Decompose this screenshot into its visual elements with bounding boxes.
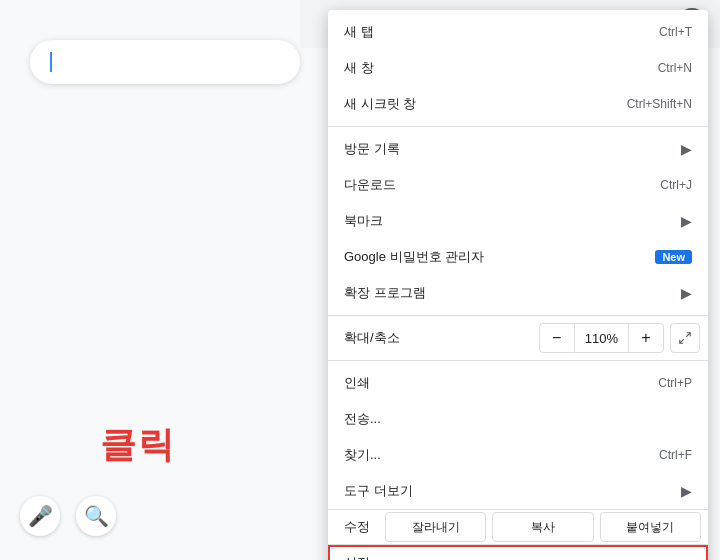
bookmarks-label: 북마크 — [344, 212, 673, 230]
bottom-icon-bar: 🎤 🔍 — [20, 496, 116, 536]
svg-line-4 — [686, 333, 690, 337]
find-label: 찾기... — [344, 446, 659, 464]
zoom-value: 110% — [575, 323, 628, 353]
zoom-plus-button[interactable]: + — [628, 323, 664, 353]
menu-item-print[interactable]: 인쇄 Ctrl+P — [328, 365, 708, 401]
more-tools-label: 도구 더보기 — [344, 482, 673, 500]
zoom-label: 확대/축소 — [336, 329, 539, 347]
history-arrow-icon: ▶ — [681, 141, 692, 157]
cut-button[interactable]: 잘라내기 — [385, 512, 486, 542]
bookmarks-arrow-icon: ▶ — [681, 213, 692, 229]
downloads-label: 다운로드 — [344, 176, 660, 194]
menu-item-incognito[interactable]: 새 시크릿 창 Ctrl+Shift+N — [328, 86, 708, 122]
menu-item-extensions[interactable]: 확장 프로그램 ▶ — [328, 275, 708, 311]
click-instruction: 클릭 — [100, 421, 176, 470]
incognito-label: 새 시크릿 창 — [344, 95, 627, 113]
cursor — [50, 52, 52, 72]
search-bar[interactable] — [30, 40, 300, 84]
lens-icon[interactable]: 🔍 — [76, 496, 116, 536]
password-manager-label: Google 비밀번호 관리자 — [344, 248, 645, 266]
menu-item-settings[interactable]: 설정 — [328, 545, 708, 560]
menu-item-bookmarks[interactable]: 북마크 ▶ — [328, 203, 708, 239]
menu-item-password-manager[interactable]: Google 비밀번호 관리자 New — [328, 239, 708, 275]
edit-label: 수정 — [332, 518, 382, 536]
zoom-fullscreen-button[interactable] — [670, 323, 700, 353]
print-label: 인쇄 — [344, 374, 658, 392]
edit-row: 수정 잘라내기 복사 붙여넣기 — [328, 509, 708, 545]
downloads-shortcut: Ctrl+J — [660, 178, 692, 192]
cast-label: 전송... — [344, 410, 692, 428]
divider-2 — [328, 315, 708, 316]
divider-1 — [328, 126, 708, 127]
history-label: 방문 기록 — [344, 140, 673, 158]
print-shortcut: Ctrl+P — [658, 376, 692, 390]
extensions-arrow-icon: ▶ — [681, 285, 692, 301]
menu-item-new-window[interactable]: 새 창 Ctrl+N — [328, 50, 708, 86]
incognito-shortcut: Ctrl+Shift+N — [627, 97, 692, 111]
zoom-minus-button[interactable]: − — [539, 323, 575, 353]
microphone-icon[interactable]: 🎤 — [20, 496, 60, 536]
menu-item-history[interactable]: 방문 기록 ▶ — [328, 131, 708, 167]
menu-item-find[interactable]: 찾기... Ctrl+F — [328, 437, 708, 473]
menu-item-cast[interactable]: 전송... — [328, 401, 708, 437]
copy-button[interactable]: 복사 — [492, 512, 593, 542]
new-tab-shortcut: Ctrl+T — [659, 25, 692, 39]
extensions-label: 확장 프로그램 — [344, 284, 673, 302]
menu-item-more-tools[interactable]: 도구 더보기 ▶ — [328, 473, 708, 509]
more-tools-arrow-icon: ▶ — [681, 483, 692, 499]
svg-line-5 — [680, 339, 684, 343]
chrome-menu-dropdown: 새 탭 Ctrl+T 새 창 Ctrl+N 새 시크릿 창 Ctrl+Shift… — [328, 10, 708, 560]
new-tab-label: 새 탭 — [344, 23, 659, 41]
new-window-label: 새 창 — [344, 59, 658, 77]
menu-item-downloads[interactable]: 다운로드 Ctrl+J — [328, 167, 708, 203]
paste-button[interactable]: 붙여넣기 — [600, 512, 701, 542]
zoom-row: 확대/축소 − 110% + — [328, 320, 708, 356]
find-shortcut: Ctrl+F — [659, 448, 692, 462]
new-badge: New — [655, 250, 692, 264]
menu-item-new-tab[interactable]: 새 탭 Ctrl+T — [328, 14, 708, 50]
settings-label: 설정 — [344, 554, 692, 560]
new-window-shortcut: Ctrl+N — [658, 61, 692, 75]
zoom-controls: − 110% + — [539, 323, 664, 353]
divider-3 — [328, 360, 708, 361]
